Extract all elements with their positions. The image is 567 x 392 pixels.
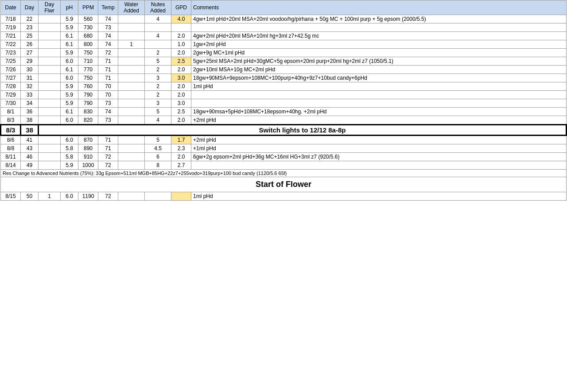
table-cell: 2 — [145, 91, 171, 99]
table-cell — [39, 32, 61, 40]
table-cell: 18gw+90MSA+9epsom+108MC+100purp+40hg+9z7… — [191, 74, 567, 82]
table-cell: 6.0 — [61, 74, 78, 82]
table-cell: 4gw+2ml pHd+20ml MSA+10ml hg+3ml z7+42.5… — [191, 32, 567, 40]
table-cell: 2.0 — [171, 66, 191, 74]
header-temp: Temp — [98, 0, 118, 15]
res-change-row: Res Change to Advanced Nutrients (75%): … — [1, 170, 567, 177]
table-cell: 72 — [98, 192, 118, 201]
table-cell — [118, 82, 145, 91]
table-cell — [118, 66, 145, 74]
table-cell — [39, 116, 61, 125]
table-row: 8/1366.18307452.518gw+90msa+5pHd+108MC+1… — [1, 108, 567, 116]
table-cell: 71 — [98, 66, 118, 74]
table-cell: 7/23 — [1, 49, 21, 57]
table-cell: 7/27 — [1, 74, 21, 82]
table-cell: 5.9 — [61, 15, 78, 23]
table-cell: 8/15 — [1, 192, 21, 201]
table-cell: 43 — [21, 144, 39, 153]
table-cell — [39, 74, 61, 82]
table-cell: 710 — [78, 57, 98, 66]
table-row: 7/22266.18007411.01gw+2ml pHd — [1, 40, 567, 49]
table-cell — [39, 144, 61, 153]
table-cell — [118, 57, 145, 66]
header-nutes: Nutes Added — [145, 0, 171, 15]
table-cell — [39, 66, 61, 74]
table-cell — [145, 23, 171, 32]
table-cell: 7/26 — [1, 66, 21, 74]
table-row: 7/30345.97907333.0 — [1, 99, 567, 108]
table-cell: 6.0 — [61, 136, 78, 144]
table-cell: 4.5 — [145, 144, 171, 153]
table-cell: 4.0 — [171, 15, 191, 23]
table-cell: 8/6 — [1, 136, 21, 144]
header-water: Water Added — [118, 0, 145, 15]
switch-lights-label: Switch lights to 12/12 8a-8p — [39, 125, 567, 136]
table-cell: 2.0 — [171, 49, 191, 57]
table-cell — [39, 91, 61, 99]
table-cell: 3.0 — [171, 74, 191, 82]
table-cell: 1.7 — [171, 136, 191, 144]
table-cell: 71 — [98, 136, 118, 144]
table-cell: 74 — [98, 32, 118, 40]
table-cell: 2.3 — [171, 144, 191, 153]
table-row: 8/6416.08707151.7+2ml pHd — [1, 136, 567, 144]
table-cell: 18gw+90msa+5pHd+108MC+18epsom+40hg. +2ml… — [191, 108, 567, 116]
table-cell — [118, 116, 145, 125]
table-cell: 1 — [39, 192, 61, 201]
table-cell: 5.8 — [61, 153, 78, 161]
table-cell: 8/3 — [1, 116, 21, 125]
table-cell: 29 — [21, 57, 39, 66]
table-cell: 760 — [78, 82, 98, 91]
table-cell: 6.1 — [61, 32, 78, 40]
table-cell: 26 — [21, 40, 39, 49]
table-cell: 74 — [98, 15, 118, 23]
table-cell: 5gw+25ml MSA+2ml pHd+30gMC+5g epsom+20ml… — [191, 57, 567, 66]
table-cell: 5.9 — [61, 49, 78, 57]
table-cell: 5.8 — [61, 144, 78, 153]
start-flower-label: Start of Flower — [1, 177, 567, 192]
table-cell: 73 — [98, 99, 118, 108]
header-gpd: GPD — [171, 0, 191, 15]
table-cell — [118, 192, 145, 201]
table-cell: 73 — [98, 23, 118, 32]
table-cell: 1190 — [78, 192, 98, 201]
table-cell — [39, 23, 61, 32]
table-cell: 72 — [98, 49, 118, 57]
table-cell: 8/11 — [1, 153, 21, 161]
table-cell: 7/28 — [1, 82, 21, 91]
table-cell: 870 — [78, 136, 98, 144]
table-cell: 41 — [21, 136, 39, 144]
table-row: 8/14495.910007282.7 — [1, 161, 567, 170]
table-cell: 790 — [78, 99, 98, 108]
table-cell — [191, 161, 567, 170]
table-cell: 3 — [145, 74, 171, 82]
table-cell: 7/18 — [1, 15, 21, 23]
table-row: 8/8435.8890714.52.3+1ml pHd — [1, 144, 567, 153]
table-cell: 6.0 — [61, 57, 78, 66]
table-cell: 50 — [21, 192, 39, 201]
table-cell — [39, 49, 61, 57]
table-cell: 2.5 — [171, 108, 191, 116]
table-cell: 1 — [118, 40, 145, 49]
table-row: 7/27316.07507133.018gw+90MSA+9epsom+108M… — [1, 74, 567, 82]
table-cell: 2.0 — [171, 82, 191, 91]
table-cell — [118, 99, 145, 108]
table-cell — [39, 57, 61, 66]
table-cell: 71 — [98, 144, 118, 153]
table-row: 7/28325.97607022.01ml pHd — [1, 82, 567, 91]
table-row: 8/3386.08207342.0+2ml pHd — [1, 116, 567, 125]
table-cell: 70 — [98, 82, 118, 91]
table-cell: +2ml pHd — [191, 136, 567, 144]
table-cell: 5.9 — [61, 23, 78, 32]
table-cell: 46 — [21, 153, 39, 161]
table-cell: 1000 — [78, 161, 98, 170]
table-row: 7/26306.17707122.02gw+10ml MSA+10g MC+2m… — [1, 66, 567, 74]
table-cell — [171, 192, 191, 201]
table-cell — [39, 136, 61, 144]
table-cell: 5.9 — [61, 91, 78, 99]
table-cell: 27 — [21, 49, 39, 57]
table-cell: 5 — [145, 108, 171, 116]
table-cell: 8/1 — [1, 108, 21, 116]
table-cell: 7/19 — [1, 23, 21, 32]
table-cell — [118, 49, 145, 57]
